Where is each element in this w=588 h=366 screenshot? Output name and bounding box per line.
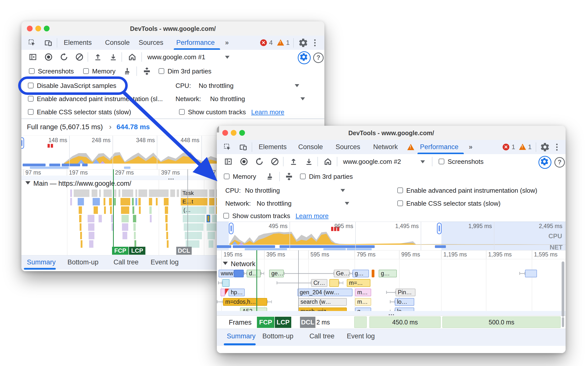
- flame-event[interactable]: [133, 223, 136, 231]
- network-request-bar[interactable]: [525, 270, 537, 277]
- frame-duration-bar[interactable]: 500.0 ms: [442, 316, 561, 328]
- network-request-bar[interactable]: g…: [379, 270, 397, 277]
- flame-event[interactable]: [149, 198, 152, 205]
- flame-event[interactable]: [79, 206, 82, 214]
- flame-event[interactable]: [132, 198, 134, 205]
- flame-event[interactable]: [99, 215, 102, 222]
- flame-event[interactable]: Task: [181, 189, 208, 197]
- flame-event[interactable]: [104, 189, 112, 197]
- tab-bottom-up[interactable]: Bottom-up: [67, 258, 99, 266]
- flame-event[interactable]: [80, 232, 82, 239]
- network-request-bar[interactable]: m=sb_wiz…: [298, 307, 347, 311]
- frames-scrollbar-thumb[interactable]: [562, 317, 564, 327]
- flame-event[interactable]: [207, 223, 217, 231]
- flame-event[interactable]: [177, 189, 179, 197]
- flame-event[interactable]: [79, 215, 82, 222]
- flame-event[interactable]: [104, 206, 106, 214]
- vertical-scrollbar-thumb[interactable]: [562, 261, 564, 317]
- flame-event[interactable]: (…: [182, 206, 207, 214]
- flame-event[interactable]: [165, 215, 168, 222]
- flame-event[interactable]: [109, 198, 112, 205]
- flame-event[interactable]: [88, 215, 95, 222]
- network-request-bar[interactable]: [372, 270, 374, 277]
- flame-event[interactable]: [135, 198, 137, 205]
- flame-event[interactable]: [99, 189, 101, 197]
- network-request-bar[interactable]: ge…: [269, 270, 284, 277]
- network-request-bar[interactable]: [222, 279, 230, 287]
- flame-event[interactable]: [156, 198, 158, 205]
- flame-event[interactable]: [209, 189, 215, 197]
- network-request-bar[interactable]: search (w…: [298, 298, 347, 306]
- fcp-badge[interactable]: FCP: [112, 247, 128, 255]
- tab-call-tree[interactable]: Call tree: [114, 258, 139, 266]
- flame-event[interactable]: E…t: [181, 198, 208, 205]
- flame-event[interactable]: [89, 240, 94, 248]
- network-requests-chart[interactable]: www…d…ge…Ge…g…g…Cr…m=…hp…gen_204 (ww…m…P…: [217, 126, 562, 311]
- frames-track[interactable]: Frames FCP LCP DCL 2 ms L 450.0 ms500.0 …: [217, 315, 566, 329]
- flame-event[interactable]: [165, 206, 168, 214]
- network-request-bar[interactable]: m=…: [347, 279, 370, 287]
- flame-event[interactable]: [183, 215, 205, 222]
- flame-event[interactable]: [170, 189, 175, 197]
- frame-duration-bar[interactable]: [354, 316, 367, 328]
- lcp-badge[interactable]: LCP: [129, 247, 145, 255]
- flame-event[interactable]: [111, 215, 113, 222]
- flame-event[interactable]: [121, 215, 129, 222]
- network-request-bar[interactable]: Pin…: [396, 289, 415, 296]
- network-request-bar[interactable]: d…: [247, 270, 261, 277]
- flame-event[interactable]: [150, 215, 152, 222]
- network-request-bar[interactable]: [329, 279, 339, 287]
- flame-event[interactable]: [89, 232, 95, 239]
- network-request-bar[interactable]: Cr…: [311, 279, 327, 287]
- flame-event[interactable]: [167, 240, 169, 248]
- flame-event[interactable]: [94, 206, 98, 214]
- flame-event[interactable]: [114, 189, 117, 197]
- flame-event[interactable]: [114, 198, 116, 205]
- flame-event[interactable]: [118, 189, 120, 197]
- tab-call-tree[interactable]: Call tree: [309, 332, 335, 340]
- flame-event[interactable]: [164, 198, 169, 205]
- network-request-bar[interactable]: lo…: [395, 298, 414, 306]
- flame-event[interactable]: [132, 206, 134, 214]
- flame-event[interactable]: [138, 189, 147, 197]
- flame-event[interactable]: [78, 198, 84, 205]
- frame-duration-bar[interactable]: 450.0 ms: [369, 316, 441, 328]
- flame-event[interactable]: [133, 215, 136, 222]
- flame-event[interactable]: [209, 206, 215, 214]
- network-request-bar[interactable]: [234, 270, 244, 277]
- network-request-bar[interactable]: gen_204 (ww…: [297, 289, 353, 296]
- dcl-badge[interactable]: DCL: [176, 247, 192, 255]
- flame-event[interactable]: [70, 189, 72, 197]
- flame-event[interactable]: [122, 189, 133, 197]
- flame-event[interactable]: [138, 198, 141, 205]
- flame-event[interactable]: [110, 206, 112, 214]
- network-request-bar[interactable]: A52…: [240, 307, 267, 311]
- tab-event-log[interactable]: Event log: [347, 332, 375, 340]
- flame-event[interactable]: [209, 198, 215, 205]
- flame-event[interactable]: [209, 240, 214, 248]
- lcp-badge[interactable]: LCP: [275, 317, 291, 328]
- network-request-bar[interactable]: m…: [355, 298, 371, 306]
- network-request-bar[interactable]: g…: [355, 307, 371, 311]
- tab-event-log[interactable]: Event log: [151, 258, 179, 266]
- flame-event[interactable]: [139, 206, 141, 214]
- flame-event[interactable]: [134, 232, 136, 239]
- flame-event[interactable]: [207, 215, 210, 222]
- flame-event[interactable]: [104, 198, 106, 205]
- flame-event[interactable]: [70, 198, 72, 205]
- flame-event[interactable]: [74, 189, 90, 197]
- network-request-bar[interactable]: m…: [355, 289, 371, 296]
- tab-bottom-up[interactable]: Bottom-up: [262, 332, 294, 340]
- network-request-bar[interactable]: www…: [219, 270, 234, 277]
- tab-summary[interactable]: Summary: [27, 258, 56, 266]
- network-request-bar[interactable]: Ge…: [334, 270, 350, 277]
- flame-event[interactable]: [208, 232, 215, 239]
- network-request-bar[interactable]: m=cdos,h…: [223, 298, 267, 306]
- flame-event[interactable]: [149, 189, 169, 197]
- flame-event[interactable]: [80, 223, 82, 231]
- network-request-bar[interactable]: [221, 289, 225, 296]
- dcl-badge[interactable]: DCL: [300, 317, 315, 328]
- flame-event[interactable]: [135, 189, 137, 197]
- tab-summary[interactable]: Summary: [227, 332, 256, 340]
- network-request-bar[interactable]: lo…: [395, 307, 414, 311]
